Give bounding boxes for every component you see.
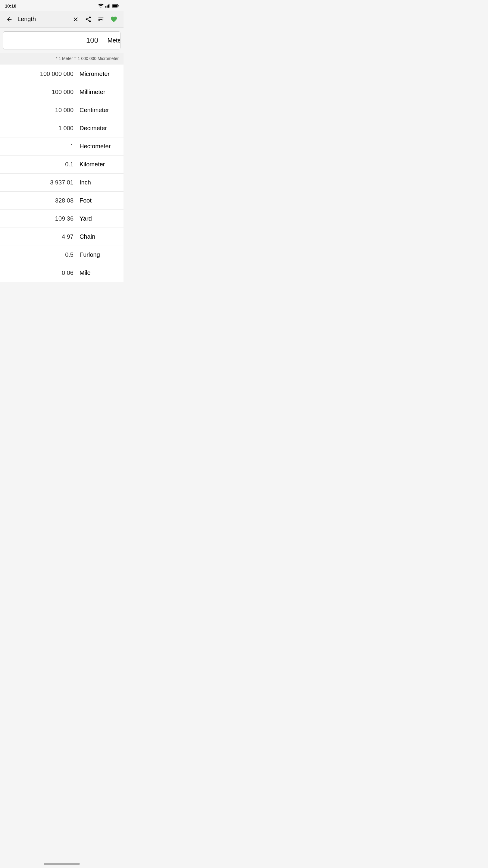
result-unit: Foot	[79, 197, 119, 204]
result-row[interactable]: 109.36 Yard	[0, 210, 124, 228]
result-unit: Hectometer	[79, 143, 119, 150]
favorite-button[interactable]	[108, 13, 120, 25]
result-unit: Centimeter	[79, 107, 119, 114]
result-unit: Kilometer	[79, 161, 119, 168]
result-unit: Millimeter	[79, 89, 119, 96]
result-value: 0.5	[5, 251, 79, 258]
result-value: 4.97	[5, 233, 79, 240]
result-value: 10 000	[5, 107, 79, 114]
unit-selector[interactable]: Meter ›	[103, 32, 121, 49]
result-value: 1	[5, 143, 79, 150]
heart-icon	[110, 16, 118, 23]
conversion-note: * 1 Meter = 1 000 000 Micrometer	[0, 53, 124, 64]
result-row[interactable]: 1 000 Decimeter	[0, 119, 124, 137]
signal-icon	[105, 4, 110, 8]
result-unit: Yard	[79, 215, 119, 222]
page-title: Length	[15, 16, 70, 23]
result-row[interactable]: 0.06 Mile	[0, 264, 124, 282]
toolbar-actions	[70, 13, 120, 25]
clear-button[interactable]	[70, 13, 82, 25]
result-row[interactable]: 100 000 000 Micrometer	[0, 65, 124, 83]
svg-rect-3	[109, 4, 110, 8]
result-value: 100 000	[5, 89, 79, 96]
value-input[interactable]	[3, 36, 103, 44]
svg-rect-6	[112, 4, 117, 7]
status-bar: 10:10	[0, 0, 124, 11]
result-value: 100 000 000	[5, 70, 79, 78]
result-unit: Mile	[79, 270, 119, 276]
result-value: 0.06	[5, 270, 79, 276]
wifi-icon	[98, 4, 104, 8]
results-list: 100 000 000 Micrometer 100 000 Millimete…	[0, 65, 124, 282]
result-row[interactable]: 100 000 Millimeter	[0, 83, 124, 101]
result-value: 1 000	[5, 125, 79, 132]
battery-icon	[112, 4, 119, 7]
svg-rect-1	[107, 5, 107, 7]
back-button[interactable]	[4, 13, 15, 25]
result-row[interactable]: 1 Hectometer	[0, 137, 124, 156]
result-row[interactable]: 10 000 Centimeter	[0, 101, 124, 119]
result-unit: Micrometer	[79, 70, 119, 78]
result-unit: Furlong	[79, 251, 119, 258]
result-row[interactable]: 328.08 Foot	[0, 192, 124, 210]
result-value: 328.08	[5, 197, 79, 204]
status-time: 10:10	[5, 3, 16, 8]
share-button[interactable]	[83, 13, 94, 25]
toolbar: Length	[0, 11, 124, 28]
result-value: 109.36	[5, 215, 79, 222]
result-row[interactable]: 3 937.01 Inch	[0, 174, 124, 192]
input-section[interactable]: Meter ›	[3, 31, 121, 50]
svg-rect-0	[105, 6, 106, 8]
result-value: 3 937.01	[5, 179, 79, 186]
result-value: 0.1	[5, 161, 79, 168]
result-unit: Chain	[79, 233, 119, 240]
svg-rect-2	[108, 4, 109, 7]
selected-unit-label: Meter	[107, 37, 121, 44]
result-row[interactable]: 4.97 Chain	[0, 228, 124, 246]
result-unit: Decimeter	[79, 125, 119, 132]
sort-button[interactable]	[95, 13, 107, 25]
result-row[interactable]: 0.5 Furlong	[0, 246, 124, 264]
status-icons	[98, 4, 119, 8]
svg-rect-5	[118, 5, 119, 6]
result-unit: Inch	[79, 179, 119, 186]
result-row[interactable]: 0.1 Kilometer	[0, 156, 124, 174]
